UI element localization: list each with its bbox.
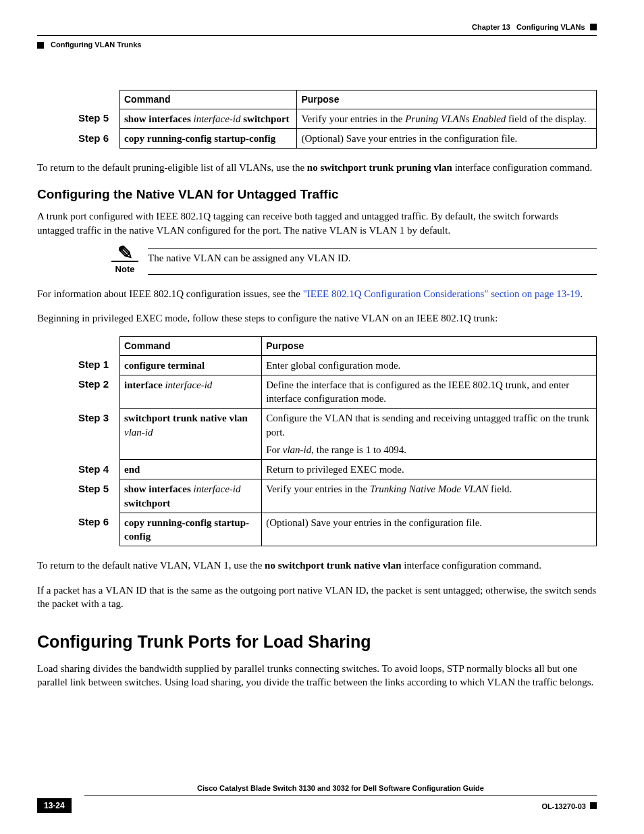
- note-text: The native VLAN can be assigned any VLAN…: [148, 248, 597, 275]
- col-command: Command: [120, 90, 297, 109]
- table-row: Step 2 interface interface-id Define the…: [74, 375, 597, 409]
- paragraph: To return to the default pruning-eligibl…: [37, 161, 597, 174]
- col-command: Command: [120, 336, 262, 355]
- note-callout: ✎ Note The native VLAN can be assigned a…: [111, 248, 597, 275]
- paragraph: For information about IEEE 802.1Q config…: [37, 287, 597, 301]
- header-start-block: [37, 42, 44, 49]
- table-row: Step 5 show interfaces interface-id swit…: [74, 479, 597, 513]
- section-title: Configuring VLAN Trunks: [51, 40, 141, 50]
- guide-title: Cisco Catalyst Blade Switch 3130 and 303…: [84, 783, 597, 796]
- header-end-block: [590, 24, 597, 30]
- col-purpose: Purpose: [262, 336, 597, 355]
- note-label: Note: [115, 264, 135, 274]
- command-table-2: Command Purpose Step 1 configure termina…: [74, 336, 597, 547]
- table-row: Step 6 copy running-config startup-confi…: [74, 513, 597, 546]
- paragraph: A trunk port configured with IEEE 802.1Q…: [37, 209, 597, 237]
- heading-load-sharing: Configuring Trunk Ports for Load Sharing: [37, 631, 597, 654]
- footer-end-block: [590, 802, 597, 809]
- chapter-title: Configuring VLANs: [516, 23, 585, 31]
- paragraph: Load sharing divides the bandwidth suppl…: [37, 662, 597, 689]
- command-table-1: Command Purpose Step 5 show interfaces i…: [74, 90, 597, 149]
- col-purpose: Purpose: [297, 90, 597, 109]
- table-row: Step 5 show interfaces interface-id swit…: [74, 109, 597, 128]
- page-footer: Cisco Catalyst Blade Switch 3130 and 303…: [37, 783, 597, 813]
- step-label: Step 6: [74, 129, 120, 149]
- heading-native-vlan: Configuring the Native VLAN for Untagged…: [37, 186, 597, 203]
- step-label: Step 5: [74, 109, 120, 128]
- document-id: OL-13270-03: [542, 802, 586, 810]
- cross-ref-link[interactable]: "IEEE 802.1Q Configuration Consideration…: [303, 288, 581, 299]
- chapter-label: Chapter 13: [472, 23, 510, 31]
- table-row: Step 3 switchport trunk native vlan vlan…: [74, 409, 597, 460]
- paragraph: Beginning in privileged EXEC mode, follo…: [37, 311, 597, 325]
- table-row: Step 1 configure terminal Enter global c…: [74, 355, 597, 375]
- page-number-badge: 13-24: [37, 798, 72, 813]
- table-row: Step 6 copy running-config startup-confi…: [74, 129, 597, 149]
- pencil-icon: ✎: [111, 248, 138, 262]
- paragraph: If a packet has a VLAN ID that is the sa…: [37, 583, 597, 611]
- page-header: Chapter 13 Configuring VLANs Configuring…: [37, 20, 597, 50]
- paragraph: To return to the default native VLAN, VL…: [37, 558, 597, 572]
- table-row: Step 4 end Return to privileged EXEC mod…: [74, 460, 597, 479]
